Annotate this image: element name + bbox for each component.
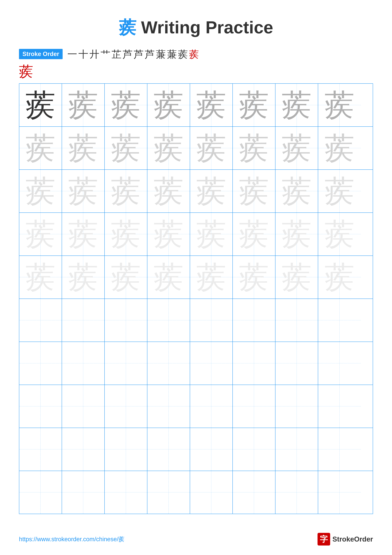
practice-char: 蒺 (68, 176, 98, 206)
grid-cell-4-3[interactable]: 蒺 (105, 213, 147, 256)
grid-cell-5-6[interactable]: 蒺 (233, 256, 275, 299)
practice-char: 蒺 (154, 219, 184, 249)
grid-cell-6-2[interactable] (62, 299, 105, 342)
grid-cell-3-2[interactable]: 蒺 (62, 170, 105, 212)
practice-char: 蒺 (196, 90, 226, 120)
grid-cell-8-4[interactable] (147, 385, 190, 428)
practice-char: 蒺 (154, 262, 184, 292)
grid-cell-8-5[interactable] (190, 385, 233, 428)
grid-cell-10-8[interactable] (318, 471, 361, 514)
practice-char: 蒺 (282, 262, 312, 292)
grid-cell-4-8[interactable]: 蒺 (318, 213, 361, 256)
grid-cell-2-7[interactable]: 蒺 (275, 127, 318, 169)
grid-cell-2-5[interactable]: 蒺 (190, 127, 233, 169)
grid-cell-9-2[interactable] (62, 428, 105, 471)
grid-cell-7-8[interactable] (318, 342, 361, 385)
practice-char: 蒺 (196, 219, 226, 249)
grid-cell-1-5[interactable]: 蒺 (190, 84, 233, 126)
title-chinese-char: 蒺 (119, 18, 136, 37)
grid-cell-2-6[interactable]: 蒺 (233, 127, 275, 169)
grid-cell-10-7[interactable] (275, 471, 318, 514)
grid-cell-4-1[interactable]: 蒺 (19, 213, 62, 256)
grid-cell-7-5[interactable] (190, 342, 233, 385)
grid-cell-3-3[interactable]: 蒺 (105, 170, 147, 212)
grid-cell-5-4[interactable]: 蒺 (147, 256, 190, 299)
grid-cell-8-1[interactable] (19, 385, 62, 428)
grid-cell-10-3[interactable] (105, 471, 147, 514)
footer-url[interactable]: https://www.strokeorder.com/chinese/蒺 (19, 535, 124, 543)
grid-cell-4-2[interactable]: 蒺 (62, 213, 105, 256)
grid-cell-9-7[interactable] (275, 428, 318, 471)
grid-cell-6-1[interactable] (19, 299, 62, 342)
grid-cell-9-1[interactable] (19, 428, 62, 471)
grid-cell-3-4[interactable]: 蒺 (147, 170, 190, 212)
practice-char: 蒺 (25, 90, 56, 120)
practice-char: 蒺 (324, 90, 355, 120)
grid-cell-1-2[interactable]: 蒺 (62, 84, 105, 126)
grid-cell-4-5[interactable]: 蒺 (190, 213, 233, 256)
grid-cell-9-8[interactable] (318, 428, 361, 471)
stroke-step-12: 蒺 (189, 49, 199, 60)
grid-cell-8-8[interactable] (318, 385, 361, 428)
grid-cell-1-6[interactable]: 蒺 (233, 84, 275, 126)
grid-cell-3-6[interactable]: 蒺 (233, 170, 275, 212)
grid-cell-7-2[interactable] (62, 342, 105, 385)
grid-cell-1-8[interactable]: 蒺 (318, 84, 361, 126)
grid-cell-1-7[interactable]: 蒺 (275, 84, 318, 126)
stroke-step-7: 芦 (134, 49, 143, 60)
grid-cell-4-4[interactable]: 蒺 (147, 213, 190, 256)
grid-cell-8-3[interactable] (105, 385, 147, 428)
grid-cell-8-6[interactable] (233, 385, 275, 428)
grid-cell-4-7[interactable]: 蒺 (275, 213, 318, 256)
grid-cell-1-3[interactable]: 蒺 (105, 84, 147, 126)
grid-cell-4-6[interactable]: 蒺 (233, 213, 275, 256)
grid-cell-7-1[interactable] (19, 342, 62, 385)
grid-cell-5-5[interactable]: 蒺 (190, 256, 233, 299)
grid-cell-2-8[interactable]: 蒺 (318, 127, 361, 169)
practice-char: 蒺 (282, 133, 312, 163)
grid-cell-10-4[interactable] (147, 471, 190, 514)
grid-cell-9-6[interactable] (233, 428, 275, 471)
grid-row-7 (19, 342, 373, 385)
stroke-step-3: 廾 (90, 49, 99, 60)
grid-cell-6-7[interactable] (275, 299, 318, 342)
grid-cell-6-8[interactable] (318, 299, 361, 342)
grid-cell-2-1[interactable]: 蒺 (19, 127, 62, 169)
grid-cell-1-4[interactable]: 蒺 (147, 84, 190, 126)
grid-cell-8-2[interactable] (62, 385, 105, 428)
grid-cell-9-4[interactable] (147, 428, 190, 471)
grid-cell-10-2[interactable] (62, 471, 105, 514)
grid-cell-10-5[interactable] (190, 471, 233, 514)
grid-cell-7-4[interactable] (147, 342, 190, 385)
practice-char: 蒺 (68, 262, 98, 292)
grid-cell-6-6[interactable] (233, 299, 275, 342)
practice-char: 蒺 (111, 133, 141, 163)
grid-cell-3-7[interactable]: 蒺 (275, 170, 318, 212)
grid-cell-3-1[interactable]: 蒺 (19, 170, 62, 212)
grid-cell-7-6[interactable] (233, 342, 275, 385)
grid-row-4: 蒺 蒺 蒺 蒺 蒺 蒺 蒺 蒺 (19, 213, 373, 256)
grid-cell-2-3[interactable]: 蒺 (105, 127, 147, 169)
grid-cell-2-4[interactable]: 蒺 (147, 127, 190, 169)
grid-cell-5-3[interactable]: 蒺 (105, 256, 147, 299)
grid-cell-6-5[interactable] (190, 299, 233, 342)
grid-cell-5-2[interactable]: 蒺 (62, 256, 105, 299)
grid-cell-7-7[interactable] (275, 342, 318, 385)
grid-cell-1-1[interactable]: 蒺 (19, 84, 62, 126)
grid-row-9 (19, 428, 373, 471)
grid-cell-7-3[interactable] (105, 342, 147, 385)
grid-cell-9-3[interactable] (105, 428, 147, 471)
grid-cell-5-8[interactable]: 蒺 (318, 256, 361, 299)
grid-cell-10-1[interactable] (19, 471, 62, 514)
grid-cell-9-5[interactable] (190, 428, 233, 471)
stroke-step-8: 芦 (145, 49, 155, 60)
grid-cell-5-1[interactable]: 蒺 (19, 256, 62, 299)
grid-cell-8-7[interactable] (275, 385, 318, 428)
grid-cell-2-2[interactable]: 蒺 (62, 127, 105, 169)
grid-cell-3-5[interactable]: 蒺 (190, 170, 233, 212)
grid-cell-5-7[interactable]: 蒺 (275, 256, 318, 299)
grid-cell-6-4[interactable] (147, 299, 190, 342)
grid-cell-6-3[interactable] (105, 299, 147, 342)
grid-cell-10-6[interactable] (233, 471, 275, 514)
grid-cell-3-8[interactable]: 蒺 (318, 170, 361, 212)
